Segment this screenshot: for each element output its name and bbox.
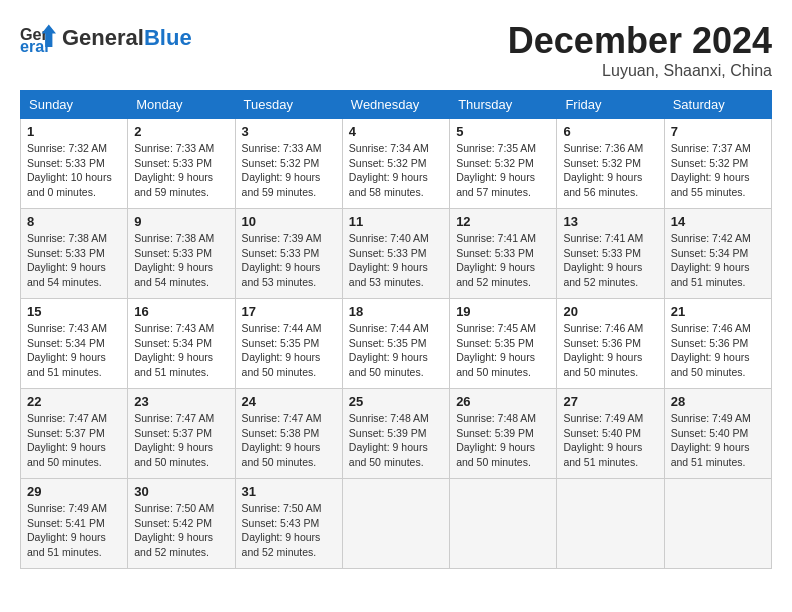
day-number: 1 [27,124,121,139]
day-info: Sunrise: 7:34 AM Sunset: 5:32 PM Dayligh… [349,141,443,200]
day-number: 26 [456,394,550,409]
sunset-label: Sunset: 5:38 PM [242,427,320,439]
day-number: 22 [27,394,121,409]
calendar-cell: 19 Sunrise: 7:45 AM Sunset: 5:35 PM Dayl… [450,299,557,389]
daylight-label: Daylight: 9 hours and 50 minutes. [671,351,750,378]
sunset-label: Sunset: 5:33 PM [563,247,641,259]
sunrise-label: Sunrise: 7:46 AM [671,322,751,334]
calendar-cell: 3 Sunrise: 7:33 AM Sunset: 5:32 PM Dayli… [235,119,342,209]
day-info: Sunrise: 7:49 AM Sunset: 5:40 PM Dayligh… [671,411,765,470]
day-number: 5 [456,124,550,139]
calendar-cell: 2 Sunrise: 7:33 AM Sunset: 5:33 PM Dayli… [128,119,235,209]
day-info: Sunrise: 7:32 AM Sunset: 5:33 PM Dayligh… [27,141,121,200]
day-number: 23 [134,394,228,409]
day-number: 27 [563,394,657,409]
logo-icon: Gen eral [20,20,56,56]
day-number: 8 [27,214,121,229]
day-info: Sunrise: 7:47 AM Sunset: 5:37 PM Dayligh… [27,411,121,470]
calendar-cell: 26 Sunrise: 7:48 AM Sunset: 5:39 PM Dayl… [450,389,557,479]
day-info: Sunrise: 7:42 AM Sunset: 5:34 PM Dayligh… [671,231,765,290]
sunset-label: Sunset: 5:32 PM [349,157,427,169]
daylight-label: Daylight: 9 hours and 58 minutes. [349,171,428,198]
day-info: Sunrise: 7:49 AM Sunset: 5:41 PM Dayligh… [27,501,121,560]
calendar-cell: 15 Sunrise: 7:43 AM Sunset: 5:34 PM Dayl… [21,299,128,389]
sunrise-label: Sunrise: 7:45 AM [456,322,536,334]
sunrise-label: Sunrise: 7:38 AM [134,232,214,244]
calendar-cell: 18 Sunrise: 7:44 AM Sunset: 5:35 PM Dayl… [342,299,449,389]
calendar-cell: 16 Sunrise: 7:43 AM Sunset: 5:34 PM Dayl… [128,299,235,389]
day-info: Sunrise: 7:41 AM Sunset: 5:33 PM Dayligh… [456,231,550,290]
sunset-label: Sunset: 5:33 PM [134,247,212,259]
daylight-label: Daylight: 9 hours and 53 minutes. [349,261,428,288]
daylight-label: Daylight: 9 hours and 50 minutes. [349,441,428,468]
daylight-label: Daylight: 9 hours and 54 minutes. [27,261,106,288]
sunrise-label: Sunrise: 7:43 AM [27,322,107,334]
daylight-label: Daylight: 9 hours and 56 minutes. [563,171,642,198]
sunset-label: Sunset: 5:37 PM [134,427,212,439]
calendar-cell: 30 Sunrise: 7:50 AM Sunset: 5:42 PM Dayl… [128,479,235,569]
day-info: Sunrise: 7:46 AM Sunset: 5:36 PM Dayligh… [563,321,657,380]
sunrise-label: Sunrise: 7:50 AM [134,502,214,514]
sunset-label: Sunset: 5:36 PM [563,337,641,349]
calendar-cell: 28 Sunrise: 7:49 AM Sunset: 5:40 PM Dayl… [664,389,771,479]
sunset-label: Sunset: 5:42 PM [134,517,212,529]
sunrise-label: Sunrise: 7:32 AM [27,142,107,154]
daylight-label: Daylight: 9 hours and 50 minutes. [242,441,321,468]
day-number: 7 [671,124,765,139]
sunrise-label: Sunrise: 7:39 AM [242,232,322,244]
day-of-week-header: Thursday [450,91,557,119]
sunset-label: Sunset: 5:32 PM [671,157,749,169]
sunset-label: Sunset: 5:33 PM [27,157,105,169]
day-info: Sunrise: 7:48 AM Sunset: 5:39 PM Dayligh… [349,411,443,470]
day-of-week-header: Sunday [21,91,128,119]
location: Luyuan, Shaanxi, China [508,62,772,80]
day-info: Sunrise: 7:44 AM Sunset: 5:35 PM Dayligh… [349,321,443,380]
day-number: 19 [456,304,550,319]
daylight-label: Daylight: 9 hours and 50 minutes. [349,351,428,378]
month-title: December 2024 [508,20,772,62]
sunset-label: Sunset: 5:36 PM [671,337,749,349]
sunset-label: Sunset: 5:40 PM [563,427,641,439]
day-info: Sunrise: 7:48 AM Sunset: 5:39 PM Dayligh… [456,411,550,470]
title-block: December 2024 Luyuan, Shaanxi, China [508,20,772,80]
calendar-cell: 6 Sunrise: 7:36 AM Sunset: 5:32 PM Dayli… [557,119,664,209]
day-number: 31 [242,484,336,499]
calendar-table: SundayMondayTuesdayWednesdayThursdayFrid… [20,90,772,569]
calendar-cell: 12 Sunrise: 7:41 AM Sunset: 5:33 PM Dayl… [450,209,557,299]
day-info: Sunrise: 7:33 AM Sunset: 5:33 PM Dayligh… [134,141,228,200]
day-number: 14 [671,214,765,229]
calendar-cell: 31 Sunrise: 7:50 AM Sunset: 5:43 PM Dayl… [235,479,342,569]
sunrise-label: Sunrise: 7:43 AM [134,322,214,334]
sunrise-label: Sunrise: 7:47 AM [242,412,322,424]
sunrise-label: Sunrise: 7:41 AM [563,232,643,244]
day-number: 18 [349,304,443,319]
sunset-label: Sunset: 5:39 PM [349,427,427,439]
day-number: 29 [27,484,121,499]
day-number: 11 [349,214,443,229]
calendar-cell [342,479,449,569]
sunrise-label: Sunrise: 7:46 AM [563,322,643,334]
daylight-label: Daylight: 9 hours and 52 minutes. [456,261,535,288]
sunrise-label: Sunrise: 7:44 AM [349,322,429,334]
daylight-label: Daylight: 9 hours and 53 minutes. [242,261,321,288]
calendar-cell: 10 Sunrise: 7:39 AM Sunset: 5:33 PM Dayl… [235,209,342,299]
day-info: Sunrise: 7:50 AM Sunset: 5:42 PM Dayligh… [134,501,228,560]
sunset-label: Sunset: 5:39 PM [456,427,534,439]
calendar-cell: 4 Sunrise: 7:34 AM Sunset: 5:32 PM Dayli… [342,119,449,209]
day-info: Sunrise: 7:49 AM Sunset: 5:40 PM Dayligh… [563,411,657,470]
sunset-label: Sunset: 5:37 PM [27,427,105,439]
sunset-label: Sunset: 5:35 PM [349,337,427,349]
calendar-cell [450,479,557,569]
daylight-label: Daylight: 10 hours and 0 minutes. [27,171,112,198]
calendar-body: 1 Sunrise: 7:32 AM Sunset: 5:33 PM Dayli… [21,119,772,569]
day-of-week-header: Wednesday [342,91,449,119]
calendar-week-row: 1 Sunrise: 7:32 AM Sunset: 5:33 PM Dayli… [21,119,772,209]
day-info: Sunrise: 7:39 AM Sunset: 5:33 PM Dayligh… [242,231,336,290]
sunset-label: Sunset: 5:32 PM [563,157,641,169]
daylight-label: Daylight: 9 hours and 52 minutes. [134,531,213,558]
sunset-label: Sunset: 5:40 PM [671,427,749,439]
calendar-cell: 8 Sunrise: 7:38 AM Sunset: 5:33 PM Dayli… [21,209,128,299]
day-number: 12 [456,214,550,229]
daylight-label: Daylight: 9 hours and 50 minutes. [27,441,106,468]
day-of-week-header: Tuesday [235,91,342,119]
